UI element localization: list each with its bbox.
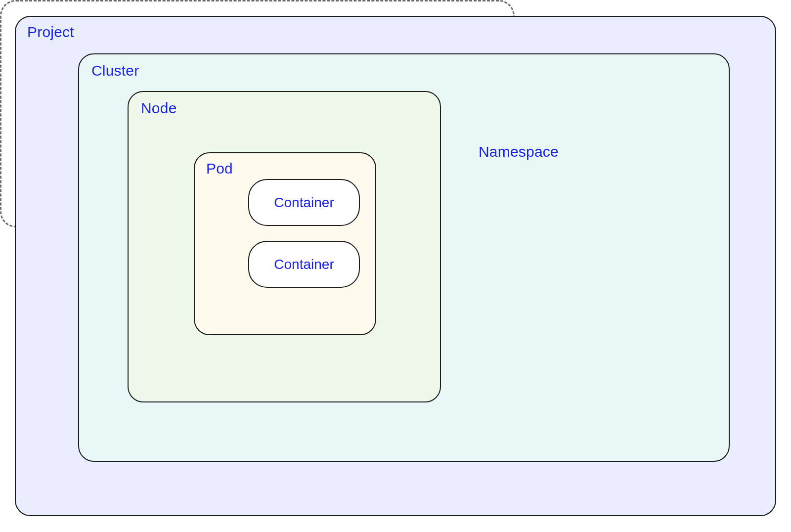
container-box-1: Container: [248, 179, 360, 226]
node-label: Node: [141, 100, 177, 117]
diagram-canvas: Project Cluster Node Namespace Pod Conta…: [0, 0, 791, 532]
container-label-1: Container: [274, 195, 334, 211]
pod-label: Pod: [206, 160, 233, 177]
project-label: Project: [27, 24, 74, 41]
cluster-label: Cluster: [91, 62, 139, 79]
namespace-label: Namespace: [479, 143, 559, 160]
container-label-2: Container: [274, 257, 334, 272]
container-box-2: Container: [248, 241, 360, 288]
